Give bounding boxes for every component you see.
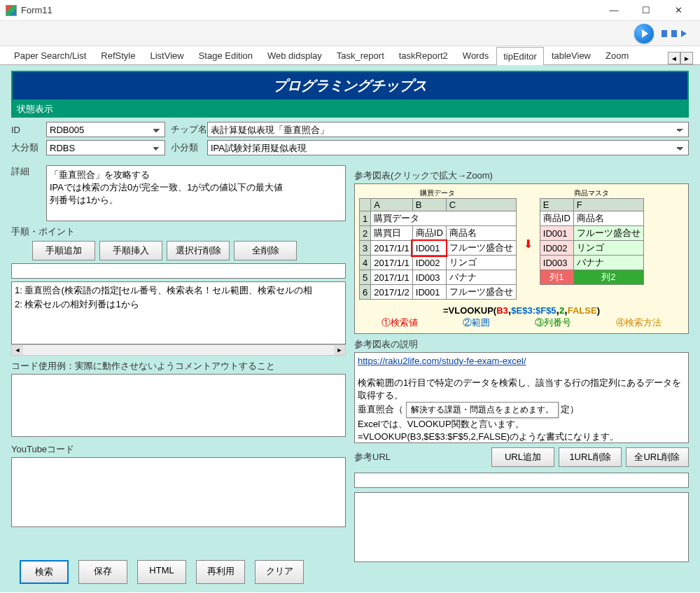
url-del1-button[interactable]: 1URL削除 bbox=[559, 447, 622, 467]
formula-legend: ①検索値 ②範囲 ③列番号 ④検索方法 bbox=[359, 316, 684, 329]
tab-stage-edition[interactable]: Stage Edition bbox=[192, 46, 260, 64]
tab-zoom[interactable]: Zoom bbox=[598, 46, 636, 64]
procedure-list[interactable]: 1: 垂直照合(検索語の指定[セル番号、検索表名！セル範囲、検索セルの相 2: … bbox=[11, 281, 346, 344]
play-icon[interactable] bbox=[634, 24, 654, 43]
close-button[interactable]: ✕ bbox=[662, 0, 694, 21]
tab-taskreport2[interactable]: taskReport2 bbox=[392, 46, 455, 64]
ref-right-title: 商品マスタ bbox=[540, 188, 644, 198]
search-button[interactable]: 検索 bbox=[20, 560, 69, 584]
tab-tableview[interactable]: tableView bbox=[545, 46, 598, 64]
ref-left-table: ABC 1購買データ 2購買日商品ID商品名 32017/1/1ID001フルー… bbox=[359, 198, 517, 300]
tab-refstyle[interactable]: RefStyle bbox=[94, 46, 142, 64]
tab-bar: Paper Search/List RefStyle ListView Stag… bbox=[0, 46, 700, 65]
url-delall-button[interactable]: 全URL削除 bbox=[626, 447, 689, 467]
reference-image[interactable]: 購買データ ABC 1購買データ 2購買日商品ID商品名 32017/1/1ID… bbox=[354, 183, 689, 334]
detail-textarea[interactable] bbox=[46, 165, 346, 221]
ref-right-table: EF 商品ID商品名 ID001フルーツ盛合せ ID002リンゴ ID003バナ… bbox=[540, 198, 644, 285]
next-icon[interactable] bbox=[681, 30, 687, 37]
main-panel: プログラミングチップス 状態表示 ID RDB005 チップ名 表計算疑似表現「… bbox=[0, 65, 700, 592]
largecat-label: 大分類 bbox=[11, 141, 46, 154]
procedure-delall-button[interactable]: 全削除 bbox=[234, 241, 297, 260]
horizontal-scrollbar[interactable]: ◄ ► bbox=[11, 344, 346, 356]
list-item[interactable]: 2: 検索セルの相対列番は1から bbox=[13, 298, 344, 312]
save-button[interactable]: 保存 bbox=[78, 560, 127, 584]
procedure-insert-button[interactable]: 手順挿入 bbox=[99, 241, 162, 260]
tab-listview[interactable]: ListView bbox=[143, 46, 190, 64]
detail-label: 詳細 bbox=[11, 165, 46, 178]
procedure-add-button[interactable]: 手順追加 bbox=[32, 241, 95, 260]
url-add-button[interactable]: URL追加 bbox=[491, 447, 554, 467]
procedure-label: 手順・ポイント bbox=[11, 225, 346, 238]
smallcat-label: 小分類 bbox=[165, 141, 207, 154]
media-toolbar bbox=[0, 21, 700, 46]
arrow-icon: ⬇ bbox=[524, 237, 533, 251]
page-banner: プログラミングチップス bbox=[11, 71, 689, 101]
largecat-select[interactable]: RDBS bbox=[46, 140, 165, 155]
youtube-textarea[interactable] bbox=[11, 457, 346, 527]
ref-left-title: 購買データ bbox=[359, 188, 517, 198]
smallcat-select[interactable]: IPA試験対策用疑似表現 bbox=[207, 140, 689, 155]
tooltip: 解決する課題・問題点をまとめます。 bbox=[406, 402, 559, 418]
status-bar: 状態表示 bbox=[11, 101, 689, 118]
pause-icon[interactable] bbox=[662, 30, 667, 37]
html-button[interactable]: HTML bbox=[137, 560, 186, 584]
minimize-button[interactable]: — bbox=[598, 0, 630, 21]
list-item[interactable]: 1: 垂直照合(検索語の指定[セル番号、検索表名！セル範囲、検索セルの相 bbox=[13, 284, 344, 298]
url-list[interactable] bbox=[354, 492, 689, 562]
window-titlebar: Form11 — ☐ ✕ bbox=[0, 0, 700, 21]
stop-icon[interactable] bbox=[671, 30, 677, 37]
scroll-right-icon[interactable]: ► bbox=[334, 345, 345, 355]
codeexample-label: コード使用例：実際に動作させないようコメントアウトすること bbox=[11, 360, 346, 372]
codeexample-textarea[interactable] bbox=[11, 374, 346, 437]
tab-scroll-left[interactable]: ◄ bbox=[668, 52, 680, 64]
reuse-button[interactable]: 再利用 bbox=[196, 560, 245, 584]
clear-button[interactable]: クリア bbox=[255, 560, 304, 584]
tab-scroll-right[interactable]: ► bbox=[680, 52, 693, 64]
refdesc-label: 参考図表の説明 bbox=[354, 338, 689, 351]
tab-task-report[interactable]: Task_report bbox=[330, 46, 391, 64]
chipname-label: チップ名 bbox=[165, 123, 207, 136]
scroll-left-icon[interactable]: ◄ bbox=[12, 345, 23, 355]
formula-text: =VLOOKUP(B3,$E$3:$F$5,2,FALSE) bbox=[359, 304, 684, 316]
refimage-label: 参考図表(クリックで拡大→Zoom) bbox=[354, 169, 689, 182]
id-select[interactable]: RDB005 bbox=[46, 122, 165, 137]
procedure-delrow-button[interactable]: 選択行削除 bbox=[167, 241, 230, 260]
tab-web-display[interactable]: Web didsplay bbox=[260, 46, 329, 64]
chipname-select[interactable]: 表計算疑似表現「垂直照合」 bbox=[207, 122, 689, 137]
youtube-label: YouTubeコード bbox=[11, 443, 346, 456]
url-input[interactable] bbox=[354, 473, 689, 488]
procedure-input[interactable] bbox=[11, 263, 346, 279]
maximize-button[interactable]: ☐ bbox=[630, 0, 662, 21]
refurl-label: 参考URL bbox=[354, 451, 491, 463]
tab-paper-search[interactable]: Paper Search/List bbox=[7, 46, 93, 64]
app-icon bbox=[6, 5, 17, 16]
id-label: ID bbox=[11, 125, 46, 135]
bottom-button-bar: 検索 保存 HTML 再利用 クリア bbox=[20, 560, 304, 584]
window-title: Form11 bbox=[21, 5, 598, 15]
tab-words[interactable]: Words bbox=[456, 46, 496, 64]
refdesc-textarea[interactable]: https://raku2life.com/study-fe-exam-exce… bbox=[354, 352, 689, 443]
refdesc-link[interactable]: https://raku2life.com/study-fe-exam-exce… bbox=[358, 356, 526, 366]
refdesc-text: 検索範囲の1行目で特定のデータを検索し、該当する行の指定列にあるデータを取得する… bbox=[358, 377, 681, 400]
tab-tipeditor[interactable]: tipEditor bbox=[496, 47, 544, 65]
